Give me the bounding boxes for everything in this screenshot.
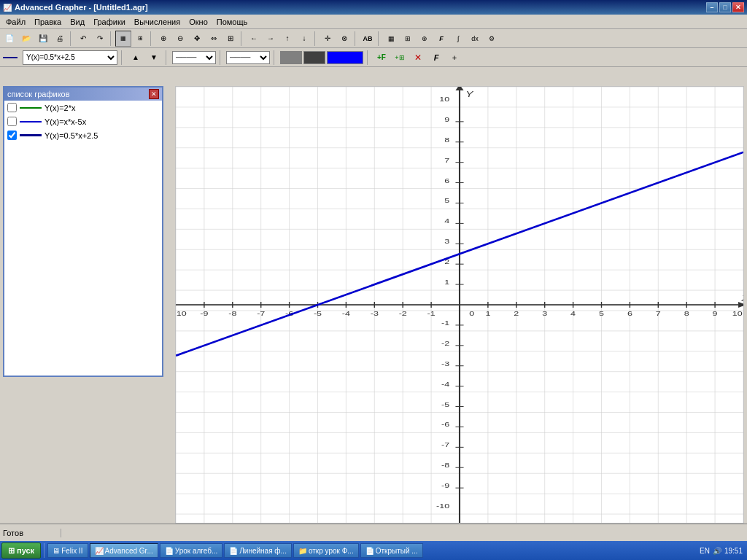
graph-check-2[interactable]: [7, 131, 17, 140]
svg-text:-9: -9: [441, 482, 449, 489]
svg-text:-10: -10: [176, 310, 187, 317]
more-btn[interactable]: +: [446, 50, 462, 66]
taskbar-felix[interactable]: 🖥 Felix II: [47, 543, 88, 558]
fill-color-btn[interactable]: [280, 51, 302, 64]
save-button[interactable]: 💾: [35, 31, 51, 47]
target-btn[interactable]: ⊗: [336, 31, 352, 47]
taskbar-sep-1: [44, 543, 44, 558]
menu-help[interactable]: Помощь: [212, 16, 252, 28]
maximize-button[interactable]: □: [719, 2, 731, 12]
start-button[interactable]: ⊞ пуск: [1, 542, 41, 559]
svg-text:1: 1: [444, 279, 449, 286]
arrow-left-btn[interactable]: ←: [246, 31, 262, 47]
minimize-button[interactable]: –: [706, 2, 718, 12]
line-color-btn[interactable]: [303, 51, 325, 64]
integral-btn[interactable]: ∫: [450, 31, 466, 47]
open-button[interactable]: 📂: [18, 31, 34, 47]
svg-text:9: 9: [713, 310, 718, 317]
menu-graphs[interactable]: Графики: [89, 16, 130, 28]
menu-file[interactable]: Файл: [1, 16, 30, 28]
graph-label-2[interactable]: Y(x)=0.5*x+2.5: [44, 131, 98, 140]
taskbar-otkr-label: откр урок Ф...: [309, 547, 354, 555]
svg-text:-2: -2: [441, 340, 449, 347]
zoom-out-btn[interactable]: ⊖: [172, 31, 188, 47]
delete-graph-btn[interactable]: ✕: [410, 50, 426, 66]
svg-text:9: 9: [444, 116, 449, 123]
line-style-select[interactable]: ──── - - - ·····: [172, 51, 216, 64]
taskbar-otkryty[interactable]: 📄 Открытый ...: [360, 543, 423, 558]
graph-list-close-btn[interactable]: ✕: [149, 89, 159, 99]
tb-btn-3[interactable]: ⊞: [132, 31, 148, 47]
text-ab-btn[interactable]: AB: [360, 31, 376, 47]
sep1: [70, 31, 73, 46]
sep5: [314, 31, 317, 46]
graph-line-0: [20, 107, 42, 109]
taskbar-urok-alg[interactable]: 📄 Урок алгеб...: [160, 543, 223, 558]
menu-calc[interactable]: Вычисления: [130, 16, 185, 28]
line-width-select[interactable]: ──── ══: [226, 51, 270, 64]
graph-color-btn[interactable]: [327, 51, 363, 64]
taskbar-otkryty-icon: 📄: [365, 547, 374, 555]
taskbar-advanced-gr[interactable]: 📈 Advanced Gr...: [90, 543, 158, 558]
arrow-down-btn[interactable]: ↓: [296, 31, 312, 47]
add-param-btn[interactable]: +⊞: [392, 50, 408, 66]
title-bar: 📈 Advanced Grapher - [Untitled1.agr] – □…: [0, 0, 747, 15]
svg-text:-3: -3: [371, 310, 379, 317]
arrow-right-btn[interactable]: →: [263, 31, 279, 47]
sep7: [378, 31, 381, 46]
graph-label-0[interactable]: Y(x)=2*x: [44, 104, 76, 112]
svg-text:6: 6: [627, 310, 632, 317]
svg-text:-7: -7: [257, 310, 265, 317]
toolbar-main: 📄 📂 💾 🖨 ↶ ↷ ▦ ⊞ ⊕ ⊖ ✥ ⇔ ⊞ ← → ↑ ↓ ✛ ⊗ AB…: [0, 29, 747, 48]
pan-btn[interactable]: ✥: [189, 31, 205, 47]
arrow-up-btn[interactable]: ↑: [279, 31, 295, 47]
svg-text:4: 4: [570, 310, 576, 317]
graph-check-0[interactable]: [7, 103, 17, 112]
sep3: [150, 31, 153, 46]
graph-label-1[interactable]: Y(x)=x*x-5x: [44, 117, 86, 126]
settings-btn[interactable]: ⚙: [484, 31, 500, 47]
menu-view[interactable]: Вид: [66, 16, 89, 28]
taskbar-otkr-icon: 📁: [298, 547, 307, 555]
svg-text:-8: -8: [441, 462, 449, 469]
menu-edit[interactable]: Правка: [30, 16, 66, 28]
graph-check-1[interactable]: [7, 117, 17, 126]
print-button[interactable]: 🖨: [52, 31, 68, 47]
pan-right-btn[interactable]: ⇔: [206, 31, 222, 47]
svg-text:0: 0: [469, 310, 474, 317]
taskbar-lineinaya[interactable]: 📄 Линейная ф...: [224, 543, 292, 558]
svg-text:3: 3: [444, 238, 449, 245]
edit-graph-btn[interactable]: F: [428, 50, 444, 66]
graph-line-2: [20, 134, 42, 136]
graph-down-btn[interactable]: ▼: [146, 50, 162, 66]
svg-text:-1: -1: [427, 310, 436, 317]
zoom-in-btn[interactable]: ⊕: [155, 31, 171, 47]
close-button[interactable]: ✕: [732, 2, 744, 12]
table-btn[interactable]: ⊞: [400, 31, 416, 47]
svg-text:6: 6: [444, 176, 449, 184]
menu-window[interactable]: Окно: [185, 16, 212, 28]
taskbar-otkr-urok[interactable]: 📁 откр урок Ф...: [293, 543, 359, 558]
tb-btn-extra[interactable]: ⊞: [222, 31, 239, 47]
sep6: [355, 31, 357, 46]
svg-text:8: 8: [444, 136, 449, 144]
fx-btn[interactable]: F: [433, 31, 449, 47]
window-controls: – □ ✕: [706, 2, 744, 12]
clock: 19:51: [724, 547, 743, 555]
redo-button[interactable]: ↷: [92, 31, 108, 47]
grid-btn[interactable]: ▦: [383, 31, 399, 47]
undo-button[interactable]: ↶: [75, 31, 91, 47]
graph-up-btn[interactable]: ▲: [128, 50, 144, 66]
taskbar-felix-icon: 🖥: [53, 547, 60, 555]
graph-list-btn[interactable]: ▦: [115, 31, 131, 47]
crosshair-btn[interactable]: ✛: [320, 31, 336, 47]
sep-g4: [274, 50, 276, 65]
new-button[interactable]: 📄: [1, 31, 18, 47]
deriv-btn[interactable]: dx: [467, 31, 483, 47]
active-graph-select[interactable]: Y(x)=0.5*x+2.5 Y(x)=2*x Y(x)=x*x-5x: [23, 50, 117, 65]
calc-btn[interactable]: ⊕: [417, 31, 433, 47]
status-bar: Готов: [0, 524, 747, 541]
line-preview: [3, 57, 18, 58]
chart-container[interactable]: /* grid drawn below */: [175, 86, 744, 524]
add-graph-btn[interactable]: +F: [374, 50, 390, 66]
